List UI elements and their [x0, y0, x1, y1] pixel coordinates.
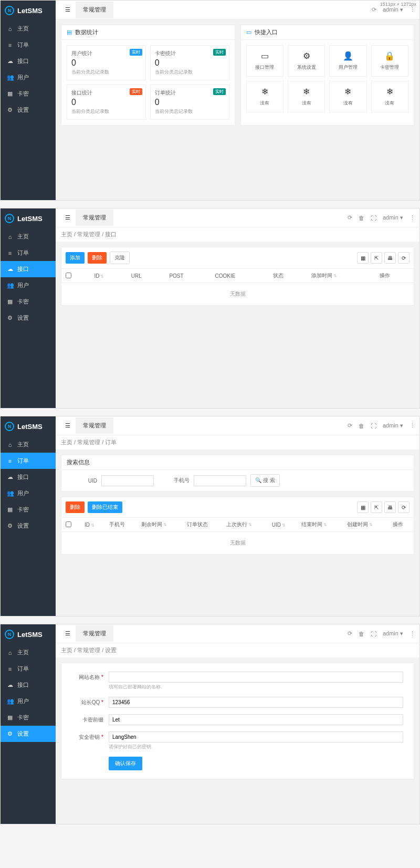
- tab-main[interactable]: 常规管理: [76, 210, 113, 226]
- save-button[interactable]: 确认保存: [109, 757, 142, 770]
- refresh-icon[interactable]: ⟳: [348, 630, 352, 637]
- nav-api[interactable]: ☁接口: [1, 53, 56, 69]
- fullscreen-icon[interactable]: ⛶: [371, 631, 376, 637]
- fullscreen-icon[interactable]: ⛶: [371, 423, 376, 429]
- nav-order[interactable]: ≡订单: [1, 661, 56, 677]
- fullscreen-icon[interactable]: ⛶: [371, 215, 376, 221]
- column-header[interactable]: 操作: [388, 518, 414, 532]
- nav-setting[interactable]: ⚙设置: [1, 310, 56, 326]
- column-header[interactable]: POST: [165, 269, 211, 283]
- column-header[interactable]: 添加时间⇅: [307, 269, 376, 283]
- nav-card[interactable]: ▦卡密: [1, 294, 56, 310]
- nav-order[interactable]: ≡订单: [1, 453, 56, 469]
- filter-icon[interactable]: ▦: [357, 501, 369, 513]
- column-header[interactable]: 订单状态: [183, 518, 222, 532]
- tab-home[interactable]: ☰: [60, 626, 76, 641]
- trash-icon[interactable]: 🗑: [359, 423, 364, 429]
- qq-input[interactable]: [109, 697, 403, 708]
- user-menu[interactable]: admin ▾: [383, 6, 403, 13]
- trash-icon[interactable]: 🗑: [359, 631, 364, 637]
- quick-link[interactable]: 👤用户管理: [329, 45, 366, 77]
- nav-home[interactable]: ⌂主页: [1, 20, 56, 37]
- sitename-input[interactable]: [109, 672, 403, 683]
- delete-button[interactable]: 删除: [66, 501, 85, 513]
- nav-card[interactable]: ▦卡密: [1, 709, 56, 726]
- nav-setting[interactable]: ⚙设置: [1, 518, 56, 534]
- tab-home[interactable]: ☰: [60, 418, 76, 433]
- reload-icon[interactable]: ⟳: [398, 501, 410, 513]
- clone-button[interactable]: 克隆: [110, 252, 130, 264]
- nav-setting[interactable]: ⚙设置: [1, 726, 56, 742]
- nav-api[interactable]: ☁接口: [1, 469, 56, 485]
- logo[interactable]: NLetSMS: [1, 624, 56, 644]
- nav-api[interactable]: ☁接口: [1, 261, 56, 277]
- tab-main[interactable]: 常规管理: [76, 625, 113, 642]
- nav-home[interactable]: ⌂主页: [1, 436, 56, 453]
- quick-link[interactable]: ❄没有: [329, 81, 366, 112]
- logo[interactable]: NLetSMS: [1, 1, 56, 20]
- column-header[interactable]: 剩余时间⇅: [137, 518, 183, 532]
- column-header[interactable]: URL: [127, 269, 165, 283]
- refresh-icon[interactable]: ⟳: [348, 214, 352, 221]
- column-header[interactable]: ID⇅: [80, 518, 105, 532]
- quick-link[interactable]: 🔒卡密管理: [371, 45, 408, 77]
- refresh-icon[interactable]: ⟳: [348, 422, 352, 429]
- more-icon[interactable]: ⋮: [410, 214, 415, 221]
- more-icon[interactable]: ⋮: [410, 630, 415, 637]
- column-header[interactable]: UID⇅: [268, 518, 297, 532]
- user-menu[interactable]: admin ▾: [383, 422, 403, 429]
- select-all-checkbox[interactable]: [66, 521, 71, 527]
- column-header[interactable]: 创建时间⇅: [343, 518, 388, 532]
- prefix-input[interactable]: [109, 714, 403, 725]
- export-icon[interactable]: ⇱: [371, 501, 382, 513]
- add-button[interactable]: 添加: [66, 252, 85, 264]
- column-header[interactable]: 操作: [375, 269, 414, 283]
- phone-input[interactable]: [194, 475, 246, 486]
- tab-main[interactable]: 常规管理: [76, 417, 113, 434]
- logo[interactable]: NLetSMS: [1, 416, 56, 436]
- nav-home[interactable]: ⌂主页: [1, 228, 56, 245]
- quick-link[interactable]: ❄没有: [246, 81, 284, 112]
- secret-input[interactable]: [109, 731, 403, 742]
- refresh-icon[interactable]: ⟳: [372, 6, 376, 13]
- quick-link[interactable]: ❄没有: [371, 81, 408, 112]
- delete-button[interactable]: 删除: [88, 252, 107, 264]
- nav-user[interactable]: 👥用户: [1, 485, 56, 501]
- nav-home[interactable]: ⌂主页: [1, 644, 56, 661]
- user-menu[interactable]: admin ▾: [383, 630, 403, 637]
- uid-input[interactable]: [101, 475, 154, 486]
- nav-order[interactable]: ≡订单: [1, 37, 56, 53]
- export-icon[interactable]: ⇱: [371, 252, 382, 264]
- reload-icon[interactable]: ⟳: [398, 252, 410, 264]
- search-button[interactable]: 🔍 搜 索: [250, 474, 280, 487]
- column-header[interactable]: 结束时间⇅: [297, 518, 343, 532]
- quick-link[interactable]: ⚙系统设置: [288, 45, 325, 77]
- tab-main[interactable]: 常规管理: [76, 2, 113, 18]
- print-icon[interactable]: 🖶: [384, 501, 396, 513]
- nav-card[interactable]: ▦卡密: [1, 501, 56, 518]
- filter-icon[interactable]: ▦: [357, 252, 369, 264]
- more-icon[interactable]: ⋮: [410, 6, 415, 13]
- nav-user[interactable]: 👥用户: [1, 69, 56, 86]
- nav-user[interactable]: 👥用户: [1, 693, 56, 709]
- quick-link[interactable]: ▭接口管理: [246, 45, 284, 77]
- quick-link[interactable]: ❄没有: [288, 81, 325, 112]
- nav-api[interactable]: ☁接口: [1, 677, 56, 693]
- column-header[interactable]: 状态: [269, 269, 307, 283]
- nav-card[interactable]: ▦卡密: [1, 86, 56, 102]
- column-header[interactable]: 上次执行⇅: [222, 518, 268, 532]
- nav-order[interactable]: ≡订单: [1, 245, 56, 261]
- more-icon[interactable]: ⋮: [410, 422, 415, 429]
- trash-icon[interactable]: 🗑: [359, 215, 364, 221]
- column-header[interactable]: 手机号: [105, 518, 137, 532]
- logo[interactable]: NLetSMS: [1, 208, 56, 228]
- column-header[interactable]: ID⇅: [90, 269, 127, 283]
- nav-user[interactable]: 👥用户: [1, 277, 56, 294]
- delete-ended-button[interactable]: 删除已结束: [88, 501, 122, 513]
- tab-home[interactable]: ☰: [60, 210, 76, 225]
- tab-home[interactable]: ☰: [60, 2, 76, 17]
- print-icon[interactable]: 🖶: [384, 252, 396, 264]
- column-header[interactable]: COOKIE: [211, 269, 269, 283]
- nav-setting[interactable]: ⚙设置: [1, 102, 56, 118]
- user-menu[interactable]: admin ▾: [383, 214, 403, 221]
